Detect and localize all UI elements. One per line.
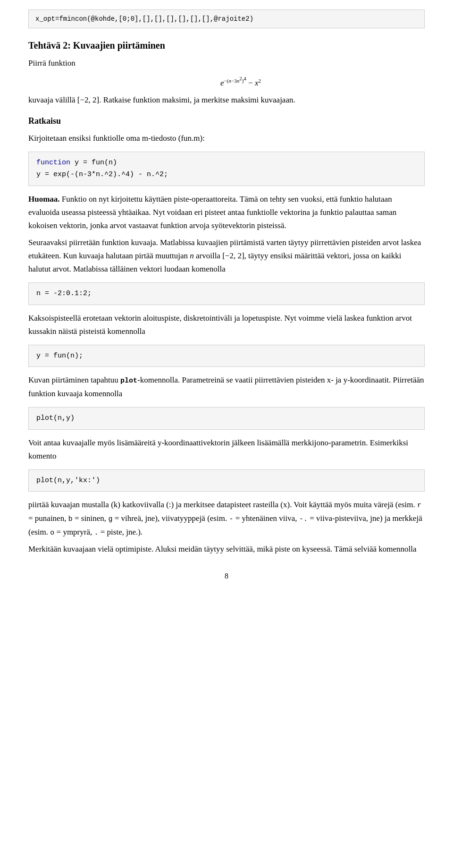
code5-text: plot(n,y,'kx:') xyxy=(36,477,100,485)
code3-text: y = fun(n); xyxy=(36,352,83,360)
page-number: 8 xyxy=(28,570,425,582)
p6-mid3: = vihreä, jne), viivatyyppejä (esim. xyxy=(112,514,229,523)
p6-dot: . xyxy=(94,529,98,537)
huomaa-label: Huomaa. xyxy=(28,195,60,204)
p6-mid4: = yhtenäinen viiva, xyxy=(233,514,299,523)
p6-o: o xyxy=(50,529,54,537)
p6-l1: piirtää kuvaajan mustalla (k) katkoviiva… xyxy=(28,500,417,509)
code1-line2: y = exp(-(n-3*n.^2).^4) - n.^2; xyxy=(36,170,168,179)
p6-mid2: = sininen, xyxy=(73,514,109,523)
ratkaisu-text: Kirjoitetaan ensiksi funktiolle oma m-ti… xyxy=(28,132,425,145)
code-block-3: y = fun(n); xyxy=(28,345,425,367)
code4-text: plot(n,y) xyxy=(36,414,75,422)
huomaa-paragraph: Huomaa. Funktio on nyt kirjoitettu käytt… xyxy=(28,193,425,232)
paragraph4: Kuvan piirtäminen tapahtuu plot-komennol… xyxy=(28,374,425,400)
p6-mid: = punainen, xyxy=(28,514,68,523)
paragraph2: Seuraavaksi piirretään funktion kuvaaja.… xyxy=(28,236,425,276)
p6-dash2: -. xyxy=(299,515,308,523)
p4-line1: Kuvan piirtäminen tapahtuu xyxy=(28,375,120,384)
intro-text: Piirrä funktion xyxy=(28,59,76,68)
code2-text: n = -2:0.1:2; xyxy=(36,289,92,298)
code-block-2: n = -2:0.1:2; xyxy=(28,282,425,305)
paragraph5: Voit antaa kuvaajalle myös lisämääreitä … xyxy=(28,436,425,463)
p6-b: b xyxy=(68,515,73,523)
paragraph6: piirtää kuvaajan mustalla (k) katkoviiva… xyxy=(28,498,425,539)
p6-r: r xyxy=(417,502,421,510)
code-block-5: plot(n,y,'kx:') xyxy=(28,469,425,492)
paragraph3: Kaksoispisteellä erotetaan vektorin aloi… xyxy=(28,312,425,338)
top-code: x_opt=fmincon(@kohde,[0;0],[],[],[],[],[… xyxy=(28,9,425,28)
math-formula: e−(n−3n2)4 − x2 xyxy=(57,75,425,90)
section2-heading: Tehtävä 2: Kuvaajien piirtäminen xyxy=(28,38,425,53)
intro-paragraph: Piirrä funktion xyxy=(28,57,425,70)
code-block-4: plot(n,y) xyxy=(28,407,425,430)
p4-plot: plot xyxy=(120,377,137,385)
interval-text: kuvaaja välillä [−2, 2]. Ratkaise funkti… xyxy=(28,94,425,107)
p6-end: = piste, jne.). xyxy=(99,528,143,536)
p6-mid6: = ympryrä, xyxy=(54,528,94,536)
ratkaisu-section: Ratkaisu Kirjoitetaan ensiksi funktiolle… xyxy=(28,114,425,145)
paragraph7: Merkitään kuvaajaan vielä optimipiste. A… xyxy=(28,543,425,556)
section2-title: Tehtävä 2: Kuvaajien piirtäminen xyxy=(28,38,425,53)
huomaa-text: Funktio on nyt kirjoitettu käyttäen pist… xyxy=(28,195,396,230)
code-block-1: function y = fun(n) y = exp(-(n-3*n.^2).… xyxy=(28,152,425,186)
ratkaisu-title: Ratkaisu xyxy=(28,114,425,128)
code1-line1: function y = fun(n) xyxy=(36,159,117,167)
top-code-block: x_opt=fmincon(@kohde,[0;0],[],[],[],[],[… xyxy=(28,9,425,28)
